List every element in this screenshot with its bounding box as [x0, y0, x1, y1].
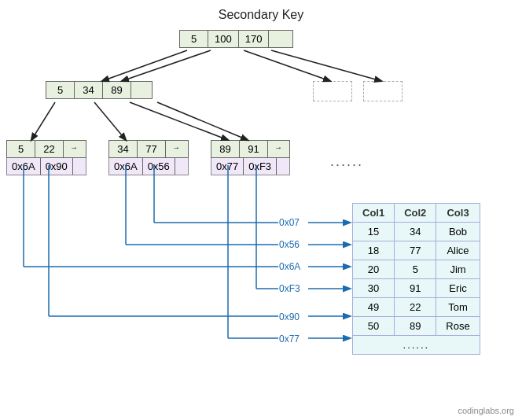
cell-r3c2: 5 [395, 260, 436, 279]
level2-node-1: 5 34 89 [46, 81, 153, 99]
table-row: 18 77 Alice [353, 241, 480, 260]
leaf3-val2: 91 [240, 141, 268, 157]
root-cell-3: 170 [239, 31, 270, 47]
leaf-node-2: 34 77 → 0x6A 0x56 [108, 140, 189, 175]
leaf3-val1: 89 [211, 141, 240, 157]
hex-0xF3: 0xF3 [279, 283, 300, 294]
table-dots: ...... [353, 336, 480, 355]
leaf3-ptr1: 0x77 [211, 158, 244, 175]
table-row: 15 34 Bob [353, 223, 480, 241]
table-row-dots: ...... [353, 336, 480, 355]
hex-0x6A: 0x6A [279, 261, 300, 272]
leaf1-ptr-empty [73, 158, 86, 175]
svg-line-5 [94, 102, 126, 140]
svg-line-6 [130, 102, 228, 140]
table-row: 30 91 Eric [353, 279, 480, 298]
col-header-3: Col3 [436, 204, 480, 223]
cell-r4c3: Eric [436, 279, 480, 298]
cell-r4c2: 91 [395, 279, 436, 298]
cell-r6c1: 50 [353, 317, 395, 336]
col-header-1: Col1 [353, 204, 395, 223]
leaf3-ptr2: 0xF3 [244, 158, 277, 175]
leaf2-ptr1: 0x6A [109, 158, 143, 175]
table-row: 49 22 Tom [353, 298, 480, 317]
leaf-node-3: 89 91 → 0x77 0xF3 [211, 140, 290, 175]
cell-r4c1: 30 [353, 279, 395, 298]
root-cell-1: 5 [180, 31, 208, 47]
cell-r6c2: 89 [395, 317, 436, 336]
cell-r2c2: 77 [395, 241, 436, 260]
hex-0x77: 0x77 [279, 333, 300, 344]
leaf1-ptr2: 0x90 [41, 158, 73, 175]
leaf1-ptr1: 0x6A [7, 158, 41, 175]
level2-node-dashed-1 [313, 81, 352, 101]
col-header-2: Col2 [395, 204, 436, 223]
table-row: 20 5 Jim [353, 260, 480, 279]
leaf3-ptr-empty [277, 158, 289, 175]
hex-0x07: 0x07 [279, 217, 300, 228]
cell-r1c1: 15 [353, 223, 395, 241]
l2-cell-2: 34 [75, 82, 103, 98]
footer-label: codinglabs.org [458, 406, 514, 415]
cell-r2c1: 18 [353, 241, 395, 260]
svg-line-7 [157, 102, 248, 140]
middle-dots: ...... [330, 153, 363, 170]
svg-line-1 [122, 50, 211, 81]
cell-r1c3: Bob [436, 223, 480, 241]
cell-r5c3: Tom [436, 298, 480, 317]
leaf1-val1: 5 [7, 141, 35, 157]
cell-r3c3: Jim [436, 260, 480, 279]
leaf-node-1: 5 22 → 0x6A 0x90 [6, 140, 86, 175]
leaf2-arrow: → [166, 141, 186, 157]
leaf2-val1: 34 [109, 141, 138, 157]
l2-cell-empty [131, 82, 152, 98]
svg-line-0 [102, 50, 187, 81]
leaf2-val2: 77 [138, 141, 166, 157]
root-cell-2: 100 [208, 31, 239, 47]
leaf1-val2: 22 [35, 141, 64, 157]
svg-line-3 [271, 50, 381, 81]
data-table: Col1 Col2 Col3 15 34 Bob 18 77 Alice 20 … [352, 203, 480, 355]
cell-r3c1: 20 [353, 260, 395, 279]
root-node: 5 100 170 [179, 30, 293, 48]
level2-node-dashed-2 [363, 81, 403, 101]
cell-r2c3: Alice [436, 241, 480, 260]
leaf3-arrow: → [268, 141, 289, 157]
l2-cell-3: 89 [103, 82, 131, 98]
root-cell-empty [269, 31, 292, 47]
svg-line-4 [31, 102, 55, 140]
leaf2-ptr2: 0x56 [143, 158, 175, 175]
svg-line-2 [244, 50, 330, 81]
hex-0x56: 0x56 [279, 239, 300, 250]
cell-r5c1: 49 [353, 298, 395, 317]
hex-0x90: 0x90 [279, 311, 300, 322]
cell-r6c3: Rose [436, 317, 480, 336]
table-row: 50 89 Rose [353, 317, 480, 336]
page-title: Secondary Key [0, 0, 522, 22]
cell-r5c2: 22 [395, 298, 436, 317]
cell-r1c2: 34 [395, 223, 436, 241]
l2-cell-1: 5 [46, 82, 75, 98]
leaf1-arrow: → [64, 141, 84, 157]
leaf2-ptr-empty [175, 158, 188, 175]
